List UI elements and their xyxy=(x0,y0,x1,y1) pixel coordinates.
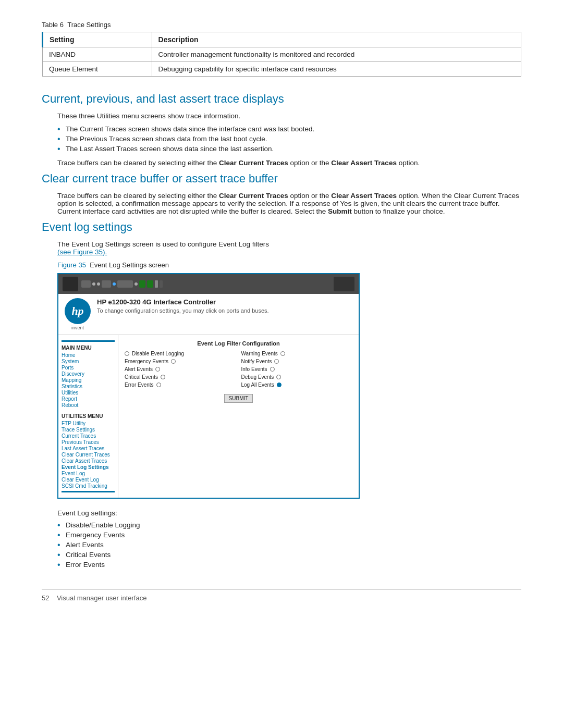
filter-row-2-left: Alert Events xyxy=(125,366,236,372)
utilities-menu-title: UTILITIES MENU xyxy=(62,413,115,419)
right-content: Event Log Filter Configuration Disable E… xyxy=(118,335,359,498)
nav-link-clear-event[interactable]: Clear Event Log xyxy=(62,477,115,483)
table-row: Queue Element Debugging capability for s… xyxy=(43,62,521,77)
nav-highlight xyxy=(62,340,115,342)
nav-link-trace[interactable]: Trace Settings xyxy=(62,427,115,433)
section1-bullet-list: The Current Traces screen shows data sin… xyxy=(42,125,521,153)
radio-warning-events[interactable] xyxy=(280,351,285,356)
nav-link-report[interactable]: Report xyxy=(62,396,115,402)
page-number: 52 xyxy=(42,594,49,602)
filter-row-2-right: Info Events xyxy=(241,366,353,372)
radio-critical-events[interactable] xyxy=(161,375,165,379)
hp-header: hp invent HP e1200-320 4G Interface Cont… xyxy=(58,294,359,335)
list-item: The Last Assert Traces screen shows data… xyxy=(57,145,521,153)
port-indicator xyxy=(160,280,163,288)
nav-link-reboot[interactable]: Reboot xyxy=(62,402,115,408)
filter-label-1-right: Notify Events xyxy=(241,359,272,364)
nav-link-clear-assert[interactable]: Clear Assert Traces xyxy=(62,458,115,464)
hp-subtitle: To change configuration settings, you ma… xyxy=(97,307,352,314)
product-title: HP e1200-320 4G Interface Controller xyxy=(97,298,352,306)
filter-row-1-right: Notify Events xyxy=(241,359,353,364)
radio-notify-events[interactable] xyxy=(274,359,279,364)
main-menu-title: MAIN MENU xyxy=(62,345,115,351)
filter-label-3-right: Debug Events xyxy=(241,374,274,380)
section2-body: Trace buffers can be cleared by selectin… xyxy=(42,192,521,215)
nav-link-discovery[interactable]: Discovery xyxy=(62,371,115,377)
radio-alert-events[interactable] xyxy=(155,367,160,372)
radio-info-events[interactable] xyxy=(270,367,275,372)
nav-link-event-log-settings[interactable]: Event Log Settings xyxy=(62,464,115,470)
section1-heading: Current, previous, and last assert trace… xyxy=(42,92,521,106)
port-block xyxy=(117,280,133,288)
filter-label-0-left: Disable Event Logging xyxy=(132,351,184,356)
list-item: Critical Events xyxy=(57,551,521,559)
nav-link-ftp[interactable]: FTP Utility xyxy=(62,421,115,426)
port-indicator xyxy=(155,280,158,288)
filter-label-4-left: Error Events xyxy=(125,382,154,388)
port-dot xyxy=(134,282,138,286)
nav-link-clear-current[interactable]: Clear Current Traces xyxy=(62,452,115,458)
filter-row-3-left: Critical Events xyxy=(125,374,236,380)
nav-link-mapping[interactable]: Mapping xyxy=(62,377,115,383)
hp-title-area: HP e1200-320 4G Interface Controller To … xyxy=(97,298,352,314)
nav-link-last-assert[interactable]: Last Assert Traces xyxy=(62,446,115,451)
list-item: Error Events xyxy=(57,561,521,569)
radio-log-all-events[interactable] xyxy=(277,382,282,387)
cell-setting-1: Queue Element xyxy=(43,62,152,77)
list-item: The Current Traces screen shows data sin… xyxy=(57,125,521,133)
filter-label-2-left: Alert Events xyxy=(125,366,153,372)
port-block xyxy=(102,280,111,288)
col-setting: Setting xyxy=(43,32,152,47)
filter-row-3-right: Debug Events xyxy=(241,374,353,380)
port-dot xyxy=(97,282,100,286)
settings-table: Setting Description INBAND Controller ma… xyxy=(42,32,521,77)
figure-caption: Figure 35 Event Log Settings screen xyxy=(42,261,521,269)
table-label: Table 6 Trace Settings xyxy=(42,21,521,29)
list-item: Emergency Events xyxy=(57,531,521,539)
section3-heading: Event log settings xyxy=(42,220,521,234)
cell-desc-1: Debugging capability for specific interf… xyxy=(152,62,521,77)
filter-row-1-left: Emergency Events xyxy=(125,359,236,364)
screenshot-body: MAIN MENU Home System Ports Discovery Ma… xyxy=(58,335,359,498)
nav-link-event-log[interactable]: Event Log xyxy=(62,471,115,476)
section1-intro: These three Utilities menu screens show … xyxy=(42,112,521,120)
nav-bottom-highlight xyxy=(62,491,115,492)
filter-row-0-right: Warning Events xyxy=(241,351,353,356)
radio-emergency-events[interactable] xyxy=(171,359,176,364)
section2-heading: Clear current trace buffer or assert tra… xyxy=(42,172,521,186)
nav-link-ports[interactable]: Ports xyxy=(62,365,115,371)
port-dot xyxy=(113,282,116,286)
nav-link-utilities[interactable]: Utilities xyxy=(62,390,115,396)
nav-link-system[interactable]: System xyxy=(62,359,115,364)
list-item: The Previous Traces screen shows data fr… xyxy=(57,135,521,143)
page-footer: 52 Visual manager user interface xyxy=(42,589,521,602)
nav-link-statistics[interactable]: Statistics xyxy=(62,384,115,389)
filter-label-3-left: Critical Events xyxy=(125,374,158,380)
filter-row-4-left: Error Events xyxy=(125,382,236,388)
filter-config-title: Event Log Filter Configuration xyxy=(125,340,352,347)
nav-link-scsi[interactable]: SCSI Cmd Tracking xyxy=(62,483,115,489)
filter-row-0-left: Disable Event Logging xyxy=(125,351,236,356)
hp-logo: hp xyxy=(65,298,91,324)
table-row: INBAND Controller management functionali… xyxy=(43,47,521,62)
radio-error-events[interactable] xyxy=(156,382,161,387)
section1-note: Trace buffers can be cleared by selectin… xyxy=(42,159,521,167)
radio-debug-events[interactable] xyxy=(276,375,281,379)
list-item: Disable/Enable Logging xyxy=(57,521,521,529)
radio-disable-logging[interactable] xyxy=(125,351,129,356)
event-log-settings-label: Event Log settings: xyxy=(42,509,521,517)
filter-grid: Disable Event Logging Warning Events Eme… xyxy=(125,351,352,388)
nav-link-current-traces[interactable]: Current Traces xyxy=(62,433,115,439)
nav-link-home[interactable]: Home xyxy=(62,352,115,358)
filter-label-4-right: Log All Events xyxy=(241,382,274,388)
hp-invent-text: invent xyxy=(71,325,84,330)
section3-intro: The Event Log Settings screen is used to… xyxy=(42,240,521,256)
page-title: Visual manager user interface xyxy=(57,594,146,602)
nav-link-prev-traces[interactable]: Previous Traces xyxy=(62,439,115,445)
submit-button[interactable]: SUBMIT xyxy=(224,394,253,403)
event-log-bullet-list: Disable/Enable Logging Emergency Events … xyxy=(42,521,521,569)
filter-label-2-right: Info Events xyxy=(241,366,267,372)
col-description: Description xyxy=(152,32,521,47)
port-block xyxy=(147,280,153,288)
device-bar-left xyxy=(63,277,78,291)
